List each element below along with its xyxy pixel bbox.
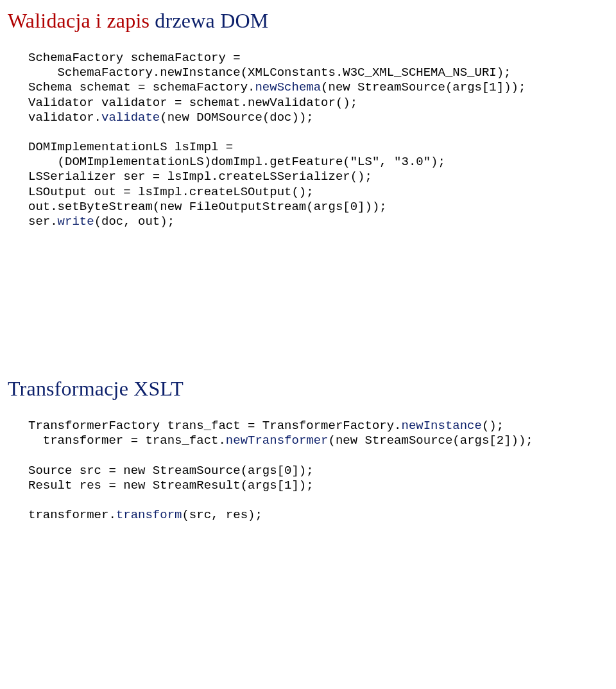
code-line: LSSerializer ser = lsImpl.createLSSerial… [28,170,372,184]
code-line: LSOutput out = lsImpl.createLSOutput(); [28,185,314,199]
code-highlight: validate [101,110,160,125]
code-line: SchemaFactory schemaFactory = [28,51,248,65]
heading-red-part: Walidacja i zapis [8,9,150,32]
code-line: transformer. [28,508,116,522]
code-line: (src, res); [182,508,262,522]
code-line: out.setByteStream(new FileOutputStream(a… [28,200,387,214]
heading-blue-part: drzewa DOM [150,9,268,32]
code-highlight: write [58,214,94,229]
code-line: DOMImplementationLS lsImpl = [28,140,241,154]
code-highlight: newInstance [402,419,482,433]
code-line: Validator validator = schemat.newValidat… [28,96,357,110]
code-highlight: transform [116,508,182,522]
code-line: (new DOMSource(doc)); [160,110,313,125]
code-line: SchemaFactory.newInstance(XMLConstants.W… [28,65,511,80]
section-xslt: Transformacje XSLT TransformerFactory tr… [8,377,608,523]
code-line: validator. [28,110,101,125]
code-line: Source src = new StreamSource(args[0]); [28,464,314,478]
code-line: TransformerFactory trans_fact = Transfor… [28,419,402,433]
code-line: ser. [28,214,58,229]
code-line: (new StreamSource(args[2])); [329,433,533,448]
code-highlight: newSchema [255,80,321,94]
code-line: transformer = trans_fact. [28,433,226,448]
heading-validation: Walidacja i zapis drzewa DOM [8,9,608,33]
code-line: (); [482,419,504,433]
code-line: Schema schemat = schemaFactory. [28,80,255,94]
code-highlight: newTransformer [226,433,329,448]
section-validation: Walidacja i zapis drzewa DOM SchemaFacto… [8,9,608,229]
code-block-xslt: TransformerFactory trans_fact = Transfor… [28,419,608,523]
code-line: (doc, out); [94,214,175,229]
code-line: Result res = new StreamResult(args[1]); [28,478,314,493]
code-block-validation: SchemaFactory schemaFactory = SchemaFact… [28,51,608,229]
code-line: (DOMImplementationLS)domImpl.getFeature(… [28,155,445,169]
code-line: (new StreamSource(args[1])); [321,80,526,94]
heading-xslt: Transformacje XSLT [8,377,608,401]
